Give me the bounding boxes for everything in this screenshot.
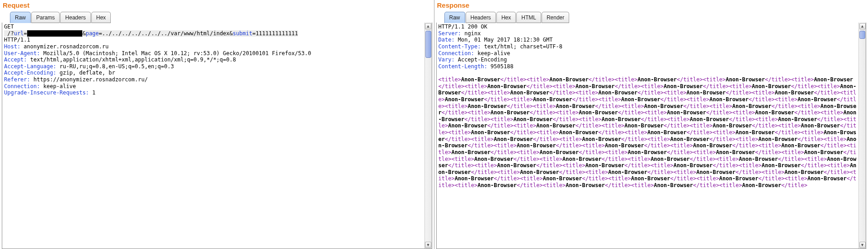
request-editor[interactable]: GET /?url=xxxxxxxxxxxxxxxxx&page=../../.… [2,23,425,249]
request-title: Request [2,0,432,12]
scroll-down-icon[interactable]: ▼ [859,242,866,248]
response-editor[interactable]: HTTP/1.1 200 OK Server: nginx Date: Mon,… [437,23,859,249]
tab-headers[interactable]: Headers [60,12,90,23]
scroll-up-icon[interactable]: ▲ [425,23,431,29]
response-editor-wrap: HTTP/1.1 200 OK Server: nginx Date: Mon,… [436,23,867,249]
scroll-track[interactable] [859,30,866,241]
scroll-up-icon[interactable]: ▲ [859,23,866,29]
scroll-track[interactable] [425,30,432,241]
tab-raw[interactable]: Raw [444,12,465,23]
scroll-thumb[interactable] [859,31,865,39]
tab-hex[interactable]: Hex [496,12,516,23]
scroll-thumb[interactable] [425,31,431,58]
tab-hex[interactable]: Hex [91,12,111,23]
response-tabbar: Raw Headers Hex HTML Render [436,12,867,23]
request-tabbar: Raw Params Headers Hex [2,12,432,23]
request-pane: Request Raw Params Headers Hex GET /?url… [0,0,434,249]
scroll-down-icon[interactable]: ▼ [425,242,431,248]
response-pane: Response Raw Headers Hex HTML Render HTT… [434,0,868,249]
tab-headers[interactable]: Headers [466,12,496,23]
response-title: Response [436,0,867,12]
tab-html[interactable]: HTML [516,12,541,23]
tab-params[interactable]: Params [31,12,60,23]
tab-raw[interactable]: Raw [10,12,31,23]
request-editor-wrap: GET /?url=xxxxxxxxxxxxxxxxx&page=../../.… [2,23,432,249]
tab-render[interactable]: Render [542,12,569,23]
request-scrollbar[interactable]: ▲ ▼ [425,23,432,249]
response-scrollbar[interactable]: ▲ ▼ [859,23,866,249]
